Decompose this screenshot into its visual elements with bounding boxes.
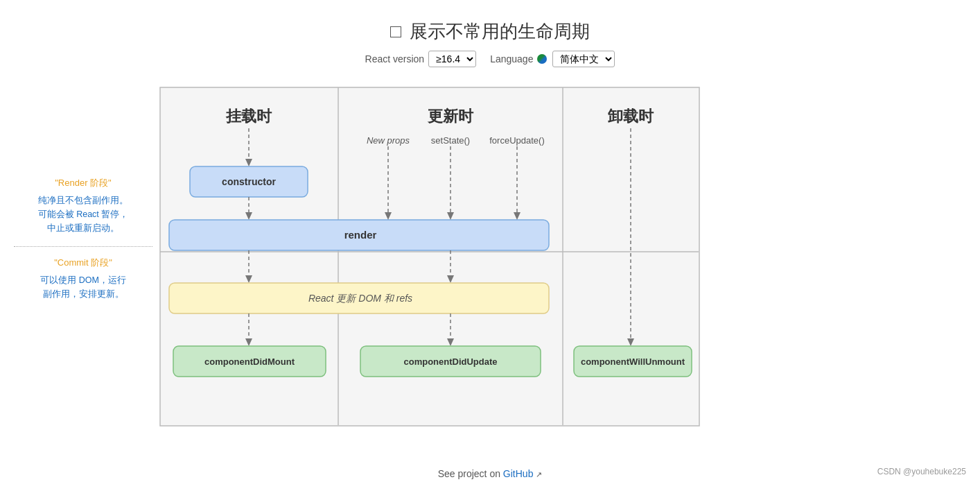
- page-header: 展示不常用的生命周期 React version ≥16.4 16.3 Lang…: [0, 0, 980, 80]
- new-props-label: New props: [367, 135, 410, 146]
- react-dom-label: React 更新 DOM 和 refs: [308, 293, 412, 304]
- title-text: 展示不常用的生命周期: [410, 19, 590, 44]
- forceUpdate-label: forceUpdate(): [489, 135, 544, 146]
- lifecycle-svg: 挂载时 更新时 卸载时 constructor render New props: [159, 87, 700, 427]
- footer: See project on GitHub ↗ CSDN @youhebuke2…: [0, 457, 980, 482]
- render-phase-desc: 纯净且不包含副作用。可能会被 React 暂停，中止或重新启动。: [14, 193, 152, 235]
- language-select[interactable]: 简体中文 English: [552, 51, 615, 67]
- right-spacer: [841, 87, 966, 443]
- componentWillUnmount-label: componentWillUnmount: [581, 356, 685, 367]
- commit-phase-label: "Commit 阶段": [14, 257, 152, 269]
- react-version-control: React version ≥16.4 16.3: [365, 51, 477, 67]
- checkbox-icon: [390, 26, 401, 37]
- globe-icon: [537, 54, 547, 64]
- componentDidMount-label: componentDidMount: [204, 356, 295, 367]
- sidebar: "Render 阶段" 纯净且不包含副作用。可能会被 React 暂停，中止或重…: [14, 87, 159, 443]
- render-label: render: [344, 229, 377, 241]
- mount-title: 挂载时: [225, 107, 272, 125]
- controls-bar: React version ≥16.4 16.3 Language 简体中文 E…: [0, 51, 980, 67]
- componentDidUpdate-label: componentDidUpdate: [403, 356, 497, 367]
- sidebar-divider: [14, 246, 152, 247]
- footer-attribution: CSDN @youhebuke225: [877, 467, 966, 476]
- setState-label: setState(): [431, 135, 470, 146]
- unmount-title: 卸载时: [607, 107, 654, 125]
- render-phase-sidebar: "Render 阶段" 纯净且不包含副作用。可能会被 React 暂停，中止或重…: [14, 177, 152, 235]
- github-link[interactable]: GitHub: [503, 468, 534, 479]
- render-phase-label: "Render 阶段": [14, 177, 152, 189]
- update-title: 更新时: [427, 107, 474, 125]
- page-title: 展示不常用的生命周期: [0, 19, 980, 44]
- external-link-icon: ↗: [536, 470, 542, 479]
- language-control: Language 简体中文 English: [490, 51, 615, 67]
- footer-text: See project on: [438, 468, 503, 479]
- react-version-label: React version: [365, 53, 425, 64]
- language-label: Language: [490, 53, 533, 64]
- react-version-select[interactable]: ≥16.4 16.3: [428, 51, 476, 67]
- commit-phase-desc: 可以使用 DOM，运行副作用，安排更新。: [14, 273, 152, 301]
- constructor-label: constructor: [222, 176, 276, 187]
- commit-phase-sidebar: "Commit 阶段" 可以使用 DOM，运行副作用，安排更新。: [14, 257, 152, 301]
- main-wrapper: "Render 阶段" 纯净且不包含副作用。可能会被 React 暂停，中止或重…: [0, 80, 980, 457]
- lifecycle-diagram: 挂载时 更新时 卸载时 constructor render New props: [159, 87, 841, 443]
